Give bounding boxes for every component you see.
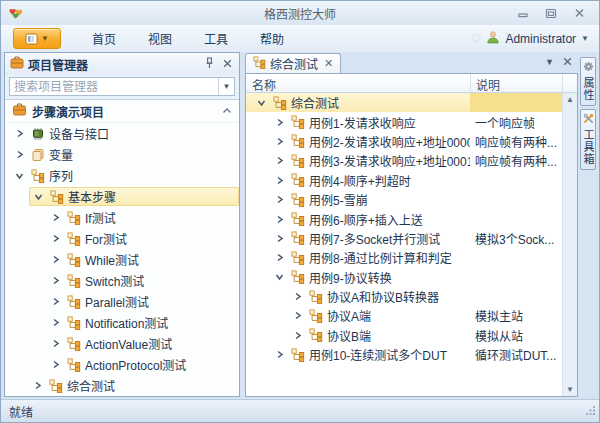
chevron-collapsed-icon[interactable] <box>291 330 304 341</box>
maximize-button[interactable] <box>543 7 559 20</box>
row-description <box>470 171 562 190</box>
chevron-collapsed-icon[interactable] <box>49 296 62 307</box>
project-manager-header: 项目管理器 <box>5 53 239 75</box>
user-menu[interactable]: Administrator <box>505 32 576 46</box>
close-panel-icon[interactable] <box>220 57 234 71</box>
chevron-collapsed-icon[interactable] <box>273 194 286 205</box>
search-input[interactable] <box>10 79 218 94</box>
grid-column-header: 名称 说明 <box>246 74 577 93</box>
chevron-collapsed-icon[interactable] <box>273 136 286 147</box>
vertical-scrollbar[interactable]: ▲ ▼ <box>562 93 577 396</box>
application-menu-button[interactable]: ▼ <box>13 28 61 49</box>
table-row[interactable]: 用例5-雪崩 <box>246 190 562 209</box>
chevron-collapsed-icon[interactable] <box>31 380 44 391</box>
column-header-name[interactable]: 名称 <box>246 74 470 92</box>
chevron-collapsed-icon[interactable] <box>49 359 62 370</box>
chevron-collapsed-icon[interactable] <box>49 254 62 265</box>
tree-item-label: 设备与接口 <box>49 125 109 142</box>
tree-item[interactable]: For测试 <box>5 228 239 249</box>
column-header-desc[interactable]: 说明 <box>470 74 562 92</box>
table-row[interactable]: 用例10-连续测试多个DUT循环测试DUT... <box>246 345 562 364</box>
chevron-collapsed-icon[interactable] <box>49 338 62 349</box>
minimize-button[interactable] <box>515 7 531 20</box>
tree-item[interactable]: ActionValue测试 <box>5 333 239 354</box>
side-tab-1[interactable]: 工具箱 <box>580 109 596 170</box>
chevron-expanded-icon[interactable] <box>273 272 286 282</box>
chevron-collapsed-icon[interactable] <box>13 128 26 139</box>
table-row[interactable]: 用例6-顺序+插入上送 <box>246 209 562 228</box>
favorite-heart-icon[interactable]: ♡ <box>471 32 482 46</box>
chevron-collapsed-icon[interactable] <box>273 252 286 263</box>
tree-item-label: ActionValue测试 <box>85 335 172 352</box>
app-window: 格西测控大师 ▼ 首页视图工具帮助 ♡ Administrator ▼ <box>0 0 600 423</box>
table-row[interactable]: 综合测试 <box>246 93 562 112</box>
sequence-icon <box>290 154 305 168</box>
chevron-expanded-icon[interactable] <box>255 98 268 108</box>
scroll-down-icon[interactable]: ▼ <box>566 385 574 394</box>
chevron-collapsed-icon[interactable] <box>273 117 286 128</box>
side-tab-0[interactable]: 属性 <box>580 57 596 106</box>
chevron-expanded-icon[interactable] <box>13 171 26 181</box>
chevron-down-icon[interactable]: ▼ <box>581 34 589 43</box>
document-tab-label: 综合测试 <box>270 55 318 72</box>
chevron-collapsed-icon[interactable] <box>13 149 26 160</box>
chevron-collapsed-icon[interactable] <box>49 233 62 244</box>
close-button[interactable] <box>571 7 587 20</box>
ribbon-tab-1[interactable]: 视图 <box>135 27 185 50</box>
tree-item[interactable]: While测试 <box>5 249 239 270</box>
tree-item[interactable]: Switch测试 <box>5 270 239 291</box>
scroll-up-icon[interactable]: ▲ <box>566 95 574 104</box>
sequence-icon <box>290 270 305 284</box>
document-tab[interactable]: 综合测试 ✕ <box>245 53 341 73</box>
sequence-icon <box>290 348 305 362</box>
project-root-header[interactable]: 步骤演示项目 <box>5 100 239 123</box>
chevron-collapsed-icon[interactable] <box>291 310 304 321</box>
chevron-collapsed-icon[interactable] <box>273 214 286 225</box>
table-row[interactable]: 用例7-多Socket并行测试模拟3个Sock... <box>246 229 562 248</box>
search-dropdown-icon[interactable]: ▼ <box>218 78 234 95</box>
close-document-icon[interactable] <box>563 55 572 69</box>
tab-close-icon[interactable]: ✕ <box>324 57 333 70</box>
tab-list-chevron-icon[interactable]: ▼ <box>545 57 554 67</box>
ribbon-tab-3[interactable]: 帮助 <box>247 27 297 50</box>
tree-item[interactable]: 综合测试 <box>5 375 239 396</box>
tree-item[interactable]: 变量 <box>5 144 239 165</box>
ribbon-tab-2[interactable]: 工具 <box>191 27 241 50</box>
tree-item[interactable]: 序列 <box>5 165 239 186</box>
chevron-collapsed-icon[interactable] <box>49 317 62 328</box>
chevron-collapsed-icon[interactable] <box>49 212 62 223</box>
table-row[interactable]: 协议A和协议B转换器 <box>246 287 562 306</box>
tree-item[interactable]: 设备与接口 <box>5 123 239 144</box>
column-header-spacer <box>562 74 577 92</box>
tree-item-label: While测试 <box>85 251 139 268</box>
chevron-collapsed-icon[interactable] <box>49 275 62 286</box>
chevron-collapsed-icon[interactable] <box>273 233 286 244</box>
chevron-expanded-icon[interactable] <box>32 192 45 202</box>
tree-item-label: 基本步骤 <box>68 188 116 205</box>
project-manager-panel: 项目管理器 ▼ 步骤演示项目 <box>4 52 240 397</box>
tree-item[interactable]: 基本步骤 <box>5 186 239 207</box>
row-name: 用例5-雪崩 <box>309 191 368 208</box>
pin-icon[interactable] <box>202 57 216 72</box>
table-row[interactable]: 用例2-发请求收响应+地址0000响应帧有两种... <box>246 132 562 151</box>
sequence-icon <box>66 232 81 246</box>
tree-item[interactable]: Parallel测试 <box>5 291 239 312</box>
table-row[interactable]: 协议B端模拟从站 <box>246 326 562 345</box>
table-row[interactable]: 用例9-协议转换 <box>246 268 562 287</box>
table-row[interactable]: 用例8-通过比例计算和判定 <box>246 248 562 267</box>
chevron-collapsed-icon[interactable] <box>273 155 286 166</box>
resize-grip[interactable] <box>585 405 596 419</box>
tree-item[interactable]: If测试 <box>5 207 239 228</box>
table-row[interactable]: 协议A端模拟主站 <box>246 306 562 325</box>
tree-item[interactable]: ActionProtocol测试 <box>5 354 239 375</box>
table-row[interactable]: 用例3-发请求收响应+地址0001响应帧有两种... <box>246 151 562 170</box>
table-row[interactable]: 用例1-发请求收响应一个响应帧 <box>246 112 562 131</box>
chevron-collapsed-icon[interactable] <box>273 175 286 186</box>
table-row[interactable]: 用例4-顺序+判超时 <box>246 171 562 190</box>
collapse-chevron-icon[interactable] <box>222 104 232 118</box>
sequence-icon <box>30 169 45 183</box>
tree-item[interactable]: Notification测试 <box>5 312 239 333</box>
ribbon-tab-0[interactable]: 首页 <box>79 27 129 50</box>
chevron-collapsed-icon[interactable] <box>291 291 304 302</box>
chevron-collapsed-icon[interactable] <box>273 349 286 360</box>
